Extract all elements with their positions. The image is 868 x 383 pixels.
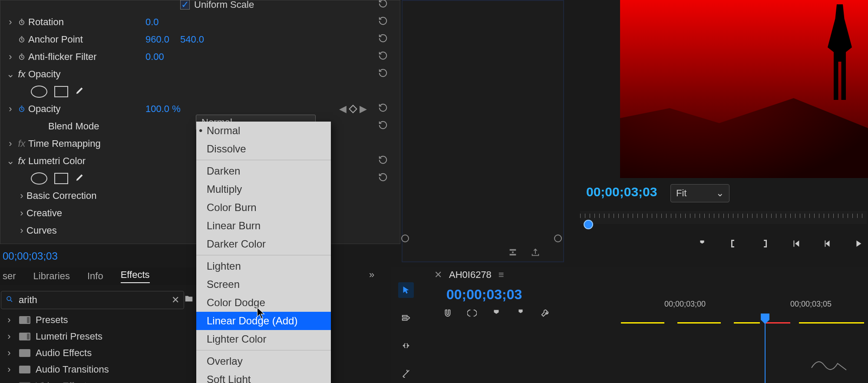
tab-effects[interactable]: Effects — [121, 269, 150, 283]
tree-row-presets[interactable]: › Presets — [1, 312, 196, 328]
tab-media-browser[interactable]: ser — [3, 271, 16, 282]
tree-row-video-effects[interactable]: › Video Effects — [1, 378, 196, 383]
stopwatch-icon[interactable] — [15, 53, 28, 61]
tree-row-audio-effects[interactable]: › Audio Effects — [1, 345, 196, 361]
twirl-icon[interactable]: › — [17, 208, 26, 219]
effects-search-input[interactable] — [18, 294, 172, 306]
anchor-x-value[interactable]: 960.0 — [145, 34, 176, 45]
twirl-icon[interactable]: › — [6, 103, 15, 115]
settings-wrench-icon[interactable] — [540, 308, 550, 320]
creative-label[interactable]: Creative — [26, 208, 139, 219]
twirl-icon[interactable]: › — [17, 225, 26, 236]
twirl-icon[interactable]: › — [4, 380, 14, 383]
blend-mode-option[interactable]: Linear Burn — [196, 217, 331, 235]
program-timecode[interactable]: 00;00;03;03 — [586, 185, 657, 199]
basic-correction-label[interactable]: Basic Correction — [26, 190, 139, 201]
timeline-ruler[interactable]: 00;00;03;00 00;00;03;05 — [608, 300, 868, 310]
track-select-tool-icon[interactable] — [398, 310, 414, 326]
reset-icon[interactable] — [378, 120, 388, 132]
stopwatch-active-icon[interactable] — [15, 105, 28, 113]
more-tabs-icon[interactable]: » — [369, 269, 374, 281]
reset-icon[interactable] — [378, 33, 388, 46]
add-marker-icon[interactable] — [492, 308, 501, 320]
new-bin-icon[interactable] — [184, 294, 194, 306]
playhead-icon[interactable] — [584, 220, 593, 229]
mark-in-bracket-icon[interactable] — [729, 239, 738, 251]
blend-mode-option[interactable]: Multiply — [196, 180, 331, 198]
sequence-name[interactable]: AH0I6278 — [449, 269, 492, 281]
clip-segment[interactable] — [677, 322, 721, 324]
reset-icon[interactable] — [378, 155, 388, 167]
add-keyframe-icon[interactable] — [349, 105, 357, 113]
step-back-icon[interactable] — [822, 239, 832, 251]
stopwatch-icon[interactable] — [15, 36, 28, 43]
tree-row-audio-transitions[interactable]: › Audio Transitions — [1, 361, 196, 378]
sequence-menu-icon[interactable]: ≡ — [498, 269, 504, 281]
tree-row-lumetri-presets[interactable]: › Lumetri Presets — [1, 328, 196, 345]
fx-icon[interactable]: fx — [15, 69, 28, 80]
reset-icon[interactable] — [378, 0, 388, 11]
fx-icon[interactable]: fx — [15, 155, 28, 167]
twirl-icon[interactable]: › — [6, 51, 15, 63]
twirl-icon[interactable]: › — [4, 331, 14, 342]
twirl-icon[interactable]: › — [6, 138, 15, 149]
rectangle-mask-button[interactable] — [54, 86, 68, 97]
export-frame-icon[interactable] — [531, 248, 540, 260]
reset-icon[interactable] — [378, 103, 388, 115]
uniform-scale-checkbox[interactable]: ✓ Uniform Scale — [180, 0, 254, 10]
antiflicker-value[interactable]: 0.00 — [145, 51, 176, 63]
tab-info[interactable]: Info — [87, 271, 103, 282]
reset-icon[interactable] — [378, 16, 388, 28]
out-point-handle[interactable] — [554, 234, 562, 242]
clip-segment-warning[interactable] — [764, 322, 790, 324]
reset-icon[interactable] — [378, 68, 388, 80]
next-keyframe-icon[interactable]: ▶ — [360, 103, 367, 115]
fx-icon-disabled[interactable]: fx — [15, 138, 28, 149]
blend-mode-option[interactable]: Darker Color — [196, 235, 331, 253]
sequence-timecode[interactable]: 00;00;03;03 — [446, 287, 522, 303]
stopwatch-icon[interactable] — [15, 18, 28, 26]
insert-icon[interactable] — [508, 248, 518, 260]
go-to-in-icon[interactable] — [791, 239, 801, 251]
program-ruler[interactable]: /*ticks drawn below via template*/ — [580, 211, 867, 224]
reset-icon[interactable] — [378, 51, 388, 63]
effects-search[interactable]: ✕ — [1, 291, 184, 309]
blend-mode-option[interactable]: Lighten — [196, 257, 331, 275]
snap-icon[interactable] — [443, 308, 452, 320]
tab-libraries[interactable]: Libraries — [33, 271, 70, 282]
linked-selection-icon[interactable] — [467, 308, 477, 320]
zoom-fit-dropdown[interactable]: Fit ⌄ — [670, 184, 729, 202]
blend-mode-option[interactable]: Color Burn — [196, 198, 331, 217]
reset-icon[interactable] — [378, 172, 388, 185]
clear-search-icon[interactable]: ✕ — [172, 294, 179, 306]
twirl-icon[interactable]: › — [6, 17, 15, 28]
program-monitor[interactable] — [620, 0, 868, 178]
mark-in-icon[interactable] — [695, 239, 707, 251]
blend-mode-option[interactable]: Overlay — [196, 352, 331, 370]
razor-tool-icon[interactable] — [398, 366, 414, 381]
clip-segment[interactable] — [799, 322, 864, 324]
timeline-tracks[interactable] — [608, 314, 868, 335]
timeline-marker-icon[interactable] — [516, 308, 525, 320]
play-icon[interactable] — [854, 239, 863, 251]
selection-tool-icon[interactable] — [398, 282, 414, 298]
twirl-down-icon[interactable]: ⌄ — [6, 69, 15, 80]
ellipse-mask-button[interactable] — [31, 172, 47, 185]
clip-segment[interactable] — [734, 322, 760, 324]
rotation-value[interactable]: 0.0 — [145, 17, 176, 28]
rectangle-mask-button[interactable] — [54, 173, 68, 184]
source-timecode[interactable]: 00;00;03;03 — [3, 250, 58, 262]
opacity-value[interactable]: 100.0 % — [145, 103, 181, 115]
mark-out-bracket-icon[interactable] — [760, 239, 769, 251]
twirl-icon[interactable]: › — [17, 190, 26, 201]
blend-mode-option[interactable]: Lighter Color — [196, 330, 331, 348]
blend-mode-option[interactable]: Screen — [196, 275, 331, 294]
blend-mode-option[interactable]: Dissolve — [196, 140, 331, 158]
clip-segment[interactable] — [621, 322, 664, 324]
twirl-icon[interactable]: › — [4, 364, 14, 375]
twirl-icon[interactable]: › — [4, 314, 14, 326]
anchor-y-value[interactable]: 540.0 — [180, 34, 211, 45]
ellipse-mask-button[interactable] — [31, 86, 47, 98]
pen-mask-button[interactable] — [75, 172, 85, 185]
pen-mask-button[interactable] — [75, 86, 85, 98]
